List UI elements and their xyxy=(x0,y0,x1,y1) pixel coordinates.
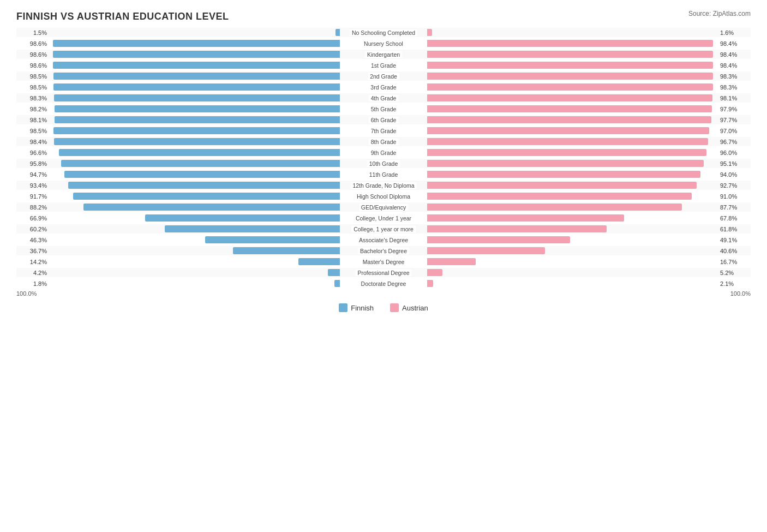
finnish-bar xyxy=(53,40,340,47)
austrian-bar-container xyxy=(427,225,718,232)
austrian-value-label: 95.1% xyxy=(718,160,751,167)
finnish-bar xyxy=(55,116,340,123)
austrian-bar xyxy=(427,193,692,200)
austrian-bar-container xyxy=(427,258,718,265)
austrian-value-label: 98.1% xyxy=(718,95,751,101)
austrian-bar-container xyxy=(427,94,718,101)
austrian-bar-container xyxy=(427,83,718,91)
finnish-row: 66.9%College, Under 1 year67.8% xyxy=(16,214,751,222)
finnish-bar xyxy=(53,127,340,134)
center-label-container: 8th Grade xyxy=(340,138,427,145)
finnish-row: 96.6%9th Grade96.0% xyxy=(16,149,751,156)
finnish-bar-container xyxy=(49,280,340,287)
row-group: 98.4%8th Grade96.7% xyxy=(16,137,751,146)
finnish-row: 93.4%12th Grade, No Diploma92.7% xyxy=(16,182,751,189)
finnish-value-label: 94.7% xyxy=(16,171,49,178)
category-label: 9th Grade xyxy=(369,150,399,156)
finnish-bar xyxy=(55,105,340,112)
finnish-value-label: 60.2% xyxy=(16,226,49,232)
finnish-bar-container xyxy=(49,62,340,69)
austrian-bar xyxy=(427,204,682,211)
austrian-bar-container xyxy=(427,51,718,58)
category-label: 1st Grade xyxy=(369,62,398,69)
austrian-value-label: 49.1% xyxy=(718,237,751,243)
austrian-bar-container xyxy=(427,160,718,167)
austrian-value-label: 96.7% xyxy=(718,139,751,145)
category-label: Associate's Degree xyxy=(357,237,410,243)
finnish-bar xyxy=(165,225,340,232)
row-group: 93.4%12th Grade, No Diploma92.7% xyxy=(16,181,751,190)
finnish-bar xyxy=(53,62,340,69)
finnish-bar xyxy=(54,94,340,101)
category-label: 7th Grade xyxy=(369,128,399,134)
finnish-row: 1.8%Doctorate Degree2.1% xyxy=(16,280,751,287)
austrian-bar xyxy=(427,40,713,47)
row-group: 36.7%Bachelor's Degree40.6% xyxy=(16,246,751,255)
center-label-container: 5th Grade xyxy=(340,105,427,112)
austrian-bar xyxy=(427,280,433,287)
austrian-bar xyxy=(427,247,545,254)
austrian-bar-container xyxy=(427,73,718,80)
finnish-value-label: 95.8% xyxy=(16,160,49,167)
austrian-value-label: 97.7% xyxy=(718,117,751,123)
austrian-bar-container xyxy=(427,280,718,287)
row-group: 66.9%College, Under 1 year67.8% xyxy=(16,213,751,223)
chart-title: FINNISH VS AUSTRIAN EDUCATION LEVEL xyxy=(16,11,751,22)
austrian-label: Austrian xyxy=(402,304,428,312)
austrian-bar xyxy=(427,94,712,101)
austrian-bar xyxy=(427,83,713,91)
row-group: 98.5%3rd Grade98.3% xyxy=(16,82,751,92)
austrian-bar xyxy=(427,116,711,123)
axis-labels: 100.0% 100.0% xyxy=(16,290,751,297)
finnish-value-label: 98.5% xyxy=(16,73,49,80)
finnish-value-label: 1.8% xyxy=(16,280,49,287)
finnish-bar-container xyxy=(49,29,340,36)
row-group: 96.6%9th Grade96.0% xyxy=(16,148,751,157)
finnish-value-label: 98.2% xyxy=(16,106,49,112)
austrian-bar xyxy=(427,73,713,80)
austrian-bar-container xyxy=(427,40,718,47)
category-label: 10th Grade xyxy=(367,160,400,167)
row-group: 98.6%Kindergarten98.4% xyxy=(16,50,751,59)
center-label-container: 1st Grade xyxy=(340,62,427,69)
center-label-container: 2nd Grade xyxy=(340,73,427,80)
center-label-container: GED/Equivalency xyxy=(340,204,427,211)
finnish-bar-container xyxy=(49,236,340,243)
category-label: Bachelor's Degree xyxy=(358,248,409,254)
finnish-bar xyxy=(68,182,340,189)
finnish-bar xyxy=(205,236,340,243)
legend-finnish: Finnish xyxy=(339,303,374,312)
austrian-bar-container xyxy=(427,182,718,189)
category-label: High School Diploma xyxy=(355,193,412,200)
finnish-value-label: 46.3% xyxy=(16,237,49,243)
finnish-value-label: 91.7% xyxy=(16,193,49,200)
finnish-bar-container xyxy=(49,171,340,178)
category-label: College, 1 year or more xyxy=(351,226,416,232)
finnish-row: 98.5%2nd Grade98.3% xyxy=(16,73,751,80)
finnish-row: 60.2%College, 1 year or more61.8% xyxy=(16,225,751,232)
finnish-bar xyxy=(328,269,340,276)
finnish-row: 36.7%Bachelor's Degree40.6% xyxy=(16,247,751,254)
finnish-bar-container xyxy=(49,51,340,58)
finnish-bar xyxy=(335,29,340,36)
category-label: 12th Grade, No Diploma xyxy=(350,182,416,189)
finnish-bar xyxy=(53,51,340,58)
finnish-value-label: 4.2% xyxy=(16,270,49,276)
austrian-bar-container xyxy=(427,171,718,178)
finnish-bar-container xyxy=(49,94,340,101)
row-group: 98.5%7th Grade97.0% xyxy=(16,126,751,135)
category-label: 2nd Grade xyxy=(368,73,399,80)
austrian-bar xyxy=(427,29,432,36)
austrian-bar xyxy=(427,214,624,222)
austrian-value-label: 16.7% xyxy=(718,259,751,265)
category-label: College, Under 1 year xyxy=(353,215,414,222)
finnish-bar-container xyxy=(49,182,340,189)
austrian-bar xyxy=(427,138,708,145)
finnish-row: 98.3%4th Grade98.1% xyxy=(16,94,751,101)
center-label-container: 7th Grade xyxy=(340,127,427,134)
finnish-value-label: 98.6% xyxy=(16,62,49,69)
austrian-bar xyxy=(427,160,704,167)
austrian-bar xyxy=(427,127,709,134)
category-label: Nursery School xyxy=(362,40,405,47)
finnish-bar-container xyxy=(49,116,340,123)
